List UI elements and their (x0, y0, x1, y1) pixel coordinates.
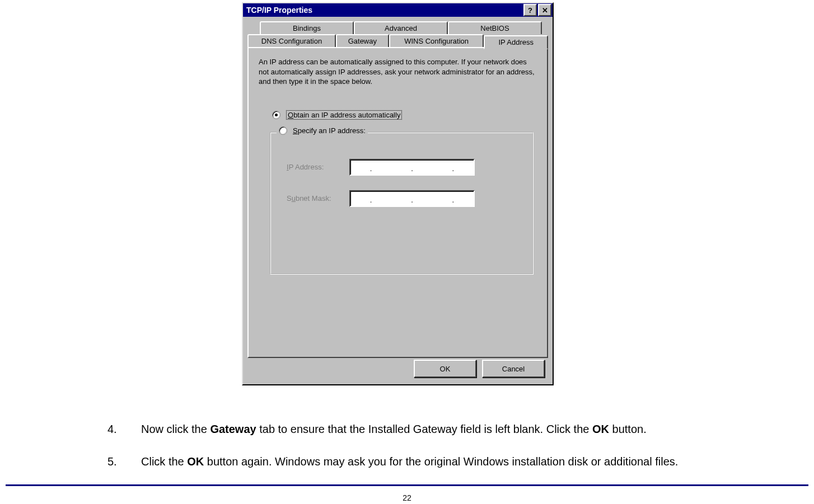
radio-specify-ip[interactable]: Specify an IP address: (277, 126, 368, 135)
tab-netbios[interactable]: NetBIOS (448, 21, 542, 34)
radio-icon (272, 111, 280, 119)
tab-gateway[interactable]: Gateway (336, 34, 389, 47)
instruction-step-4: 4. Now click the Gateway tab to ensure t… (107, 422, 814, 436)
subnet-mask-input[interactable]: ... (349, 190, 475, 207)
instruction-step-5: 5. Click the OK button again. Windows ma… (107, 454, 814, 469)
radio-obtain-auto-label: Obtain an IP address automatically (286, 110, 402, 120)
window-title: TCP/IP Properties (246, 6, 522, 15)
close-icon: ✕ (542, 7, 548, 14)
description-text: An IP address can be automatically assig… (259, 57, 537, 87)
tab-advanced[interactable]: Advanced (354, 21, 448, 34)
page-number: 22 (0, 493, 814, 502)
tab-panel-ip-address: An IP address can be automatically assig… (247, 47, 548, 358)
ok-button[interactable]: OK (414, 360, 476, 378)
ip-address-label: IP Address: (287, 163, 349, 171)
titlebar[interactable]: TCP/IP Properties ? ✕ (243, 3, 553, 17)
tab-dns-configuration[interactable]: DNS Configuration (247, 34, 336, 47)
tab-ip-address[interactable]: IP Address (484, 35, 548, 49)
tab-bindings[interactable]: Bindings (260, 21, 354, 34)
close-button[interactable]: ✕ (538, 4, 551, 16)
tab-wins-configuration[interactable]: WINS Configuration (389, 34, 484, 47)
radio-specify-ip-label: Specify an IP address: (293, 126, 366, 135)
specify-ip-group: Specify an IP address: IP Address: ... S… (270, 132, 534, 275)
radio-obtain-auto[interactable]: Obtain an IP address automatically (272, 110, 537, 120)
tcpip-properties-dialog: TCP/IP Properties ? ✕ Bindings Advanced … (242, 2, 554, 385)
divider (6, 484, 808, 486)
question-icon: ? (528, 7, 532, 14)
ip-address-input[interactable]: ... (349, 159, 475, 176)
tabstrip: Bindings Advanced NetBIOS DNS Configurat… (243, 17, 553, 47)
instruction-list: 4. Now click the Gateway tab to ensure t… (107, 422, 814, 487)
cancel-button[interactable]: Cancel (482, 360, 545, 378)
help-button[interactable]: ? (523, 4, 537, 16)
subnet-mask-label: Subnet Mask: (287, 194, 349, 202)
radio-icon (279, 126, 287, 135)
